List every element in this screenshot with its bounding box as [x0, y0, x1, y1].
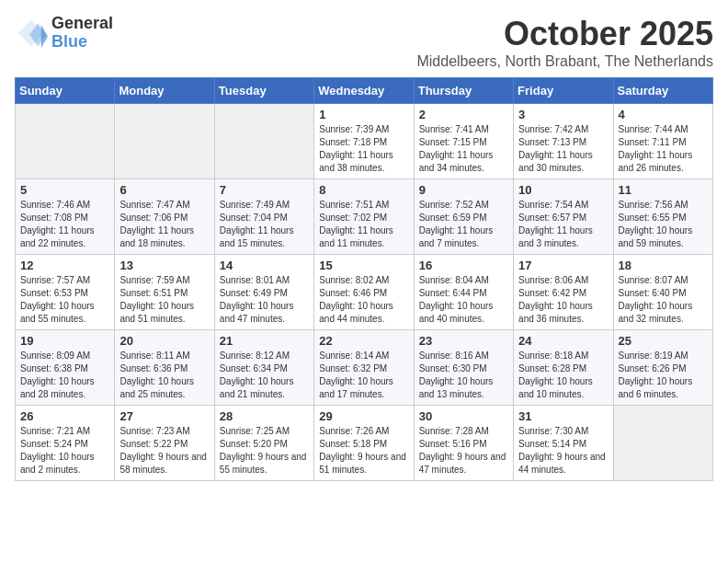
- title-block: October 2025 Middelbeers, North Brabant,…: [416, 15, 713, 70]
- calendar-cell: 3Sunrise: 7:42 AM Sunset: 7:13 PM Daylig…: [514, 104, 613, 179]
- month-title: October 2025: [416, 15, 713, 53]
- day-number: 13: [119, 259, 209, 272]
- day-number: 9: [419, 183, 508, 197]
- calendar-cell: 16Sunrise: 8:04 AM Sunset: 6:44 PM Dayli…: [414, 255, 513, 330]
- calendar-header-sunday: Sunday: [16, 78, 115, 104]
- day-info: Sunrise: 8:01 AM Sunset: 6:49 PM Dayligh…: [220, 274, 309, 326]
- day-number: 21: [220, 334, 309, 348]
- calendar-cell: 15Sunrise: 8:02 AM Sunset: 6:46 PM Dayli…: [314, 255, 414, 330]
- day-info: Sunrise: 8:18 AM Sunset: 6:28 PM Dayligh…: [518, 350, 608, 401]
- calendar-cell: [613, 406, 712, 481]
- calendar-cell: 5Sunrise: 7:46 AM Sunset: 7:08 PM Daylig…: [16, 179, 115, 255]
- calendar-cell: 14Sunrise: 8:01 AM Sunset: 6:49 PM Dayli…: [214, 255, 313, 330]
- calendar-cell: 4Sunrise: 7:44 AM Sunset: 7:11 PM Daylig…: [613, 104, 712, 179]
- day-number: 10: [518, 183, 608, 197]
- calendar-cell: 28Sunrise: 7:25 AM Sunset: 5:20 PM Dayli…: [214, 406, 313, 481]
- calendar-cell: 25Sunrise: 8:19 AM Sunset: 6:26 PM Dayli…: [613, 330, 712, 406]
- day-number: 29: [319, 409, 408, 423]
- calendar-header-wednesday: Wednesday: [314, 78, 414, 104]
- calendar-header-tuesday: Tuesday: [214, 78, 313, 104]
- calendar-cell: 31Sunrise: 7:30 AM Sunset: 5:14 PM Dayli…: [514, 406, 613, 481]
- day-info: Sunrise: 7:25 AM Sunset: 5:20 PM Dayligh…: [220, 425, 309, 477]
- day-number: 15: [319, 259, 408, 272]
- svg-marker-3: [41, 25, 48, 48]
- calendar-week-row: 1Sunrise: 7:39 AM Sunset: 7:18 PM Daylig…: [16, 104, 713, 179]
- calendar-cell: 21Sunrise: 8:12 AM Sunset: 6:34 PM Dayli…: [214, 330, 313, 406]
- day-number: 24: [518, 334, 608, 348]
- calendar-cell: 20Sunrise: 8:11 AM Sunset: 6:36 PM Dayli…: [115, 330, 214, 406]
- day-info: Sunrise: 8:11 AM Sunset: 6:36 PM Dayligh…: [119, 350, 209, 401]
- day-number: 25: [619, 334, 708, 348]
- day-number: 11: [619, 183, 708, 197]
- day-info: Sunrise: 8:19 AM Sunset: 6:26 PM Dayligh…: [619, 350, 708, 401]
- logo-blue-text: Blue: [51, 32, 87, 51]
- day-info: Sunrise: 7:30 AM Sunset: 5:14 PM Dayligh…: [518, 425, 608, 477]
- calendar-cell: 26Sunrise: 7:21 AM Sunset: 5:24 PM Dayli…: [16, 406, 115, 481]
- calendar-cell: 10Sunrise: 7:54 AM Sunset: 6:57 PM Dayli…: [514, 179, 613, 255]
- calendar-cell: 9Sunrise: 7:52 AM Sunset: 6:59 PM Daylig…: [414, 179, 513, 255]
- day-number: 31: [518, 409, 608, 423]
- day-info: Sunrise: 7:28 AM Sunset: 5:16 PM Dayligh…: [419, 425, 508, 477]
- day-number: 19: [20, 334, 109, 348]
- day-info: Sunrise: 7:26 AM Sunset: 5:18 PM Dayligh…: [319, 425, 408, 477]
- calendar-cell: 8Sunrise: 7:51 AM Sunset: 7:02 PM Daylig…: [314, 179, 414, 255]
- day-number: 2: [419, 108, 508, 121]
- day-number: 30: [419, 409, 508, 423]
- calendar-cell: 2Sunrise: 7:41 AM Sunset: 7:15 PM Daylig…: [414, 104, 513, 179]
- day-info: Sunrise: 8:14 AM Sunset: 6:32 PM Dayligh…: [319, 350, 408, 401]
- day-info: Sunrise: 7:56 AM Sunset: 6:55 PM Dayligh…: [619, 199, 708, 250]
- calendar-cell: 19Sunrise: 8:09 AM Sunset: 6:38 PM Dayli…: [16, 330, 115, 406]
- page-header: General Blue October 2025 Middelbeers, N…: [15, 15, 713, 70]
- day-number: 4: [619, 108, 708, 121]
- calendar-cell: 18Sunrise: 8:07 AM Sunset: 6:40 PM Dayli…: [613, 255, 712, 330]
- calendar-week-row: 26Sunrise: 7:21 AM Sunset: 5:24 PM Dayli…: [16, 406, 713, 481]
- calendar-cell: 17Sunrise: 8:06 AM Sunset: 6:42 PM Dayli…: [514, 255, 613, 330]
- day-number: 1: [319, 108, 408, 121]
- day-info: Sunrise: 8:12 AM Sunset: 6:34 PM Dayligh…: [220, 350, 309, 401]
- location-subtitle: Middelbeers, North Brabant, The Netherla…: [416, 53, 713, 70]
- day-info: Sunrise: 7:42 AM Sunset: 7:13 PM Dayligh…: [518, 123, 608, 175]
- calendar-table: SundayMondayTuesdayWednesdayThursdayFrid…: [15, 77, 713, 481]
- day-info: Sunrise: 7:41 AM Sunset: 7:15 PM Dayligh…: [419, 123, 508, 175]
- day-info: Sunrise: 8:02 AM Sunset: 6:46 PM Dayligh…: [319, 274, 408, 326]
- day-number: 14: [220, 259, 309, 272]
- day-number: 20: [119, 334, 209, 348]
- day-number: 8: [319, 183, 408, 197]
- calendar-header-saturday: Saturday: [613, 78, 712, 104]
- calendar-header-friday: Friday: [514, 78, 613, 104]
- day-info: Sunrise: 7:44 AM Sunset: 7:11 PM Dayligh…: [619, 123, 708, 175]
- day-info: Sunrise: 8:06 AM Sunset: 6:42 PM Dayligh…: [518, 274, 608, 326]
- calendar-cell: [16, 104, 115, 179]
- day-number: 18: [619, 259, 708, 272]
- day-info: Sunrise: 7:52 AM Sunset: 6:59 PM Dayligh…: [419, 199, 508, 250]
- calendar-week-row: 12Sunrise: 7:57 AM Sunset: 6:53 PM Dayli…: [16, 255, 713, 330]
- day-info: Sunrise: 8:04 AM Sunset: 6:44 PM Dayligh…: [419, 274, 508, 326]
- day-info: Sunrise: 7:46 AM Sunset: 7:08 PM Dayligh…: [20, 199, 109, 250]
- day-info: Sunrise: 7:49 AM Sunset: 7:04 PM Dayligh…: [220, 199, 309, 250]
- day-number: 7: [220, 183, 309, 197]
- calendar-cell: [214, 104, 313, 179]
- calendar-cell: 29Sunrise: 7:26 AM Sunset: 5:18 PM Dayli…: [314, 406, 414, 481]
- calendar-cell: 24Sunrise: 8:18 AM Sunset: 6:28 PM Dayli…: [514, 330, 613, 406]
- day-number: 17: [518, 259, 608, 272]
- day-number: 22: [319, 334, 408, 348]
- day-info: Sunrise: 7:39 AM Sunset: 7:18 PM Dayligh…: [319, 123, 408, 175]
- day-info: Sunrise: 7:59 AM Sunset: 6:51 PM Dayligh…: [119, 274, 209, 326]
- calendar-cell: 23Sunrise: 8:16 AM Sunset: 6:30 PM Dayli…: [414, 330, 513, 406]
- calendar-header-monday: Monday: [115, 78, 214, 104]
- day-number: 12: [20, 259, 109, 272]
- logo-icon: [15, 17, 48, 50]
- calendar-cell: 7Sunrise: 7:49 AM Sunset: 7:04 PM Daylig…: [214, 179, 313, 255]
- day-info: Sunrise: 7:54 AM Sunset: 6:57 PM Dayligh…: [518, 199, 608, 250]
- day-number: 23: [419, 334, 508, 348]
- calendar-header-row: SundayMondayTuesdayWednesdayThursdayFrid…: [16, 78, 713, 104]
- day-info: Sunrise: 7:21 AM Sunset: 5:24 PM Dayligh…: [20, 425, 109, 477]
- day-number: 6: [119, 183, 209, 197]
- day-info: Sunrise: 7:57 AM Sunset: 6:53 PM Dayligh…: [20, 274, 109, 326]
- day-info: Sunrise: 7:23 AM Sunset: 5:22 PM Dayligh…: [119, 425, 209, 477]
- logo-general-text: General: [51, 14, 113, 32]
- calendar-cell: [115, 104, 214, 179]
- calendar-cell: 11Sunrise: 7:56 AM Sunset: 6:55 PM Dayli…: [613, 179, 712, 255]
- day-info: Sunrise: 8:09 AM Sunset: 6:38 PM Dayligh…: [20, 350, 109, 401]
- day-number: 5: [20, 183, 109, 197]
